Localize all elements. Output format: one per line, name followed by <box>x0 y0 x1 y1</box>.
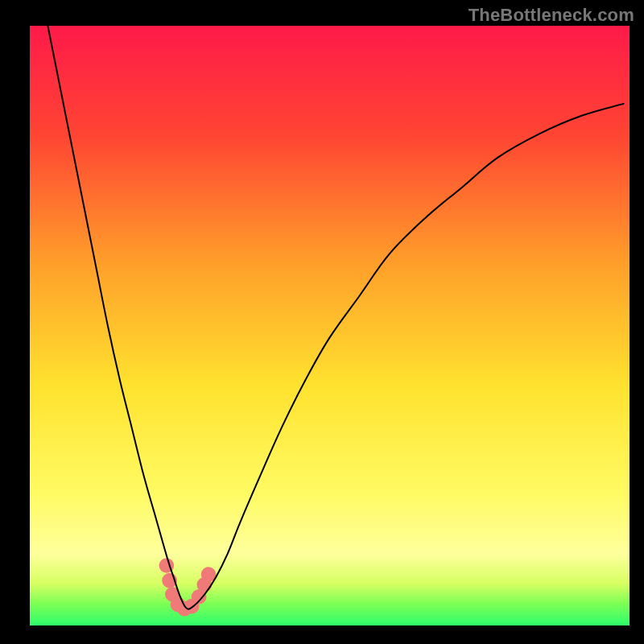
chart-frame: TheBottleneck.com <box>0 0 644 644</box>
watermark: TheBottleneck.com <box>469 5 634 26</box>
chart-plot <box>30 26 630 625</box>
gradient-background <box>30 26 630 625</box>
